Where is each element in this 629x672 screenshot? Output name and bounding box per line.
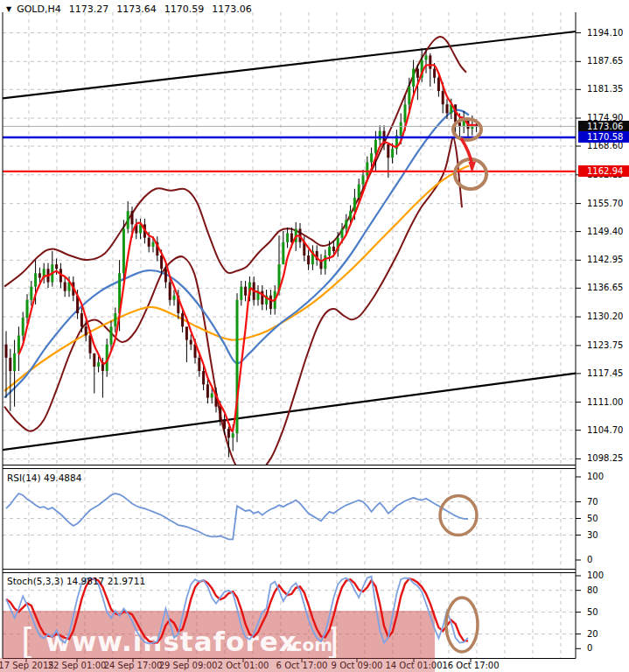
time-axis-label: 17 Sep 2015 bbox=[0, 661, 54, 670]
price-axis-label: 1181.35 bbox=[587, 84, 623, 94]
stoch-axis-label: 100 bbox=[587, 570, 604, 580]
symbol-timeframe-label: GOLD,H4 bbox=[17, 4, 61, 15]
rsi-axis-label: 70 bbox=[587, 497, 598, 507]
price-axis-label: 1098.25 bbox=[587, 453, 623, 463]
trendline-upper-channel bbox=[0, 32, 576, 99]
stoch-axis-label: 50 bbox=[587, 607, 598, 617]
quote-close: 1173.06 bbox=[212, 4, 252, 15]
price-axis-label: 1111.00 bbox=[587, 397, 623, 407]
price-axis-label: 1187.65 bbox=[587, 56, 623, 66]
symbol-dropdown-icon[interactable]: ▼ bbox=[6, 5, 11, 13]
stoch-highlight-ellipse bbox=[446, 598, 478, 652]
bollinger-upper-band bbox=[4, 37, 466, 287]
stoch-axis-label: 0 bbox=[587, 643, 592, 653]
price-axis-label: 1104.70 bbox=[587, 425, 623, 435]
stoch-indicator-label: Stoch(5,3,3) 14.9817 21.9711 bbox=[7, 576, 145, 586]
price-axis-label: 1149.40 bbox=[587, 227, 623, 236]
rsi-axis-label: 30 bbox=[587, 530, 598, 540]
price-axis-label: 1123.75 bbox=[587, 340, 623, 350]
chart-graphics-canvas[interactable]: [www.instaforex.com] bbox=[0, 0, 629, 672]
rsi-line bbox=[6, 494, 468, 539]
rsi-indicator-label: RSI(14) 49.4884 bbox=[7, 472, 81, 483]
time-axis-label: 6 Oct 17:00 bbox=[276, 661, 328, 670]
watermark-bracket-left: [ bbox=[21, 621, 35, 662]
rsi-axis-label: 50 bbox=[587, 514, 598, 523]
quote-low: 1170.59 bbox=[164, 4, 205, 15]
fast-ma-line bbox=[18, 65, 476, 430]
trendline-lower-channel bbox=[0, 374, 576, 451]
price-axis-label: 1142.95 bbox=[587, 255, 623, 264]
stoch-axis-label: 80 bbox=[587, 585, 598, 595]
time-axis-label: 14 Oct 01:00 bbox=[385, 661, 442, 670]
quote-high: 1173.64 bbox=[116, 4, 157, 15]
time-axis-label: 24 Sep 17:00 bbox=[104, 661, 163, 670]
quote-open: 1173.27 bbox=[69, 4, 109, 15]
time-axis-label: 29 Sep 09:00 bbox=[159, 661, 218, 670]
price-axis-label: 1194.10 bbox=[587, 28, 623, 38]
time-axis-label: 9 Oct 09:00 bbox=[332, 661, 383, 670]
watermark-bracket-right: ] bbox=[325, 621, 339, 662]
price-badge: 1170.58 bbox=[578, 131, 629, 143]
price-axis-label: 1136.65 bbox=[587, 283, 623, 292]
time-axis-label: 2 Oct 01:00 bbox=[218, 661, 269, 670]
chart-header: ▼GOLD,H41173.271173.641170.591173.06 bbox=[6, 4, 252, 15]
chart-window: [www.instaforex.com] ▼GOLD,H41173.271173… bbox=[0, 0, 629, 672]
price-axis-label: 1155.70 bbox=[587, 199, 623, 208]
stoch-axis-label: 20 bbox=[587, 629, 598, 639]
rsi-axis-label: 100 bbox=[587, 472, 604, 481]
price-axis-label: 1117.45 bbox=[587, 368, 623, 378]
price-axis-label: 1130.20 bbox=[587, 312, 623, 321]
price-badge: 1162.94 bbox=[578, 165, 629, 177]
time-axis-label: 16 Oct 17:00 bbox=[442, 661, 499, 670]
time-axis-label: 22 Sep 01:00 bbox=[48, 661, 107, 670]
rsi-axis-label: 0 bbox=[587, 555, 592, 564]
